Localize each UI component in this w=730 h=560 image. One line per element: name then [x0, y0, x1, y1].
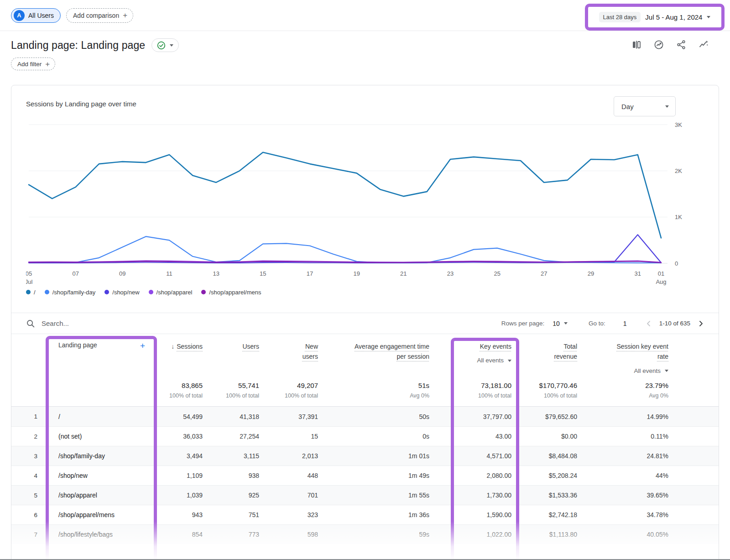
- landing-page-cell: /shop/new: [46, 472, 157, 479]
- table-header-row: Landing page + ↓Sessions 83,865 100% of …: [11, 334, 719, 407]
- report-status-badge[interactable]: [151, 38, 179, 52]
- row-number: 6: [11, 512, 46, 518]
- insights-circle-icon[interactable]: [653, 39, 664, 50]
- chevron-left-icon: [646, 320, 652, 327]
- column-header-new-users[interactable]: New users 49,207 100% of total: [259, 341, 318, 406]
- key-events-selector[interactable]: All events: [429, 356, 511, 366]
- legend-label: /shop/apparel/mens: [209, 289, 261, 296]
- key-events-cell: 1,730.00: [429, 492, 511, 499]
- total-revenue-cell: $1,533.36: [511, 492, 577, 499]
- rows-per-page-label: Rows per page:: [501, 320, 545, 327]
- goto-page-input[interactable]: [617, 320, 633, 327]
- total-revenue-total: $170,770.46 100% of total: [511, 382, 577, 399]
- landing-page-cell: /: [46, 413, 157, 420]
- avg-engagement-time-cell: 59s: [318, 531, 429, 538]
- audience-avatar: A: [14, 10, 25, 21]
- sessions-total: 83,865 100% of total: [157, 382, 203, 399]
- audience-chip-all-users[interactable]: A All Users: [11, 8, 61, 23]
- report-card: Sessions by Landing page over time Day 0…: [11, 85, 719, 560]
- sessions-line-chart: 01K2K3K05Jul0709111315171921232527293101…: [26, 121, 704, 285]
- column-header-total-revenue[interactable]: Total revenue $170,770.46 100% of total: [511, 341, 577, 406]
- landing-page-cell: /shop/apparel/mens: [46, 511, 157, 518]
- table-row: 5/shop/apparel1,0399257011m 55s1,730.00$…: [11, 485, 719, 505]
- date-range-picker[interactable]: Last 28 days Jul 5 - Aug 1, 2024: [597, 12, 713, 22]
- svg-text:Jul: Jul: [26, 278, 32, 285]
- session-rate-selector[interactable]: All events: [577, 366, 668, 376]
- session-key-event-rate-cell: 39.65%: [577, 492, 668, 499]
- svg-text:2K: 2K: [675, 167, 682, 174]
- users-cell: 773: [203, 531, 259, 538]
- chevron-down-icon: [170, 44, 173, 47]
- key-events-cell: 43.00: [429, 433, 511, 440]
- legend-label: /shop/family-day: [52, 289, 96, 296]
- add-filter-label: Add filter: [17, 61, 42, 68]
- column-header-avg-engagement[interactable]: Average engagement time per session 51s …: [318, 341, 429, 406]
- add-dimension-icon[interactable]: +: [140, 341, 145, 351]
- table-toolbar: Rows per page: 10 Go to: 1-10 of 635: [11, 313, 719, 334]
- row-number: 7: [11, 531, 46, 538]
- landing-page-header-label[interactable]: Landing page: [58, 341, 97, 351]
- search-input[interactable]: [42, 319, 178, 327]
- share-icon[interactable]: [676, 39, 687, 50]
- legend-item: /shop/apparel: [149, 289, 193, 296]
- audience-chip-label: All Users: [28, 12, 54, 19]
- svg-text:07: 07: [72, 270, 78, 277]
- avg-engagement-total: 51s Avg 0%: [318, 382, 429, 399]
- plus-icon: +: [123, 11, 127, 19]
- avg-engagement-time-cell: 1m 49s: [318, 472, 429, 479]
- svg-text:05: 05: [26, 270, 32, 277]
- legend-dot-icon: [104, 290, 109, 294]
- table-row: 4/shop/new1,1099384481m 49s2,080.00$5,20…: [11, 466, 719, 485]
- table-row: 1/54,49941,31837,39150s37,797.00$79,652.…: [11, 407, 719, 426]
- data-table: Landing page + ↓Sessions 83,865 100% of …: [11, 334, 719, 544]
- insights-spark-icon[interactable]: [698, 39, 709, 50]
- chevron-right-icon[interactable]: [698, 320, 704, 327]
- sessions-cell: 854: [157, 531, 203, 538]
- svg-text:27: 27: [541, 270, 547, 277]
- page-title: Landing page: Landing page: [11, 39, 145, 52]
- column-header-key-events[interactable]: Key events All events 73,181.00 100% of …: [429, 341, 511, 406]
- key-events-cell: 2,080.00: [429, 472, 511, 479]
- row-number: 1: [11, 413, 46, 420]
- add-filter-button[interactable]: Add filter +: [11, 58, 55, 70]
- legend-dot-icon: [26, 290, 31, 294]
- column-header-sessions[interactable]: ↓Sessions 83,865 100% of total: [157, 341, 203, 406]
- new-users-cell: 701: [259, 492, 318, 499]
- chevron-down-icon[interactable]: [564, 322, 568, 324]
- chart-legend: //shop/family-day/shop/new/shop/apparel/…: [26, 288, 704, 296]
- session-key-event-rate-cell: 0.11%: [577, 433, 668, 440]
- sessions-cell: 36,033: [157, 433, 203, 440]
- granularity-select[interactable]: Day: [614, 96, 676, 116]
- users-cell: 27,254: [203, 433, 259, 440]
- legend-item: /shop/new: [104, 289, 139, 296]
- add-comparison-button[interactable]: Add comparison +: [66, 8, 133, 23]
- total-revenue-cell: $2,742.18: [511, 511, 577, 518]
- filler-header: [668, 341, 719, 406]
- landing-page-cell: /shop/lifestyle/bags: [46, 531, 157, 538]
- rows-per-page-value[interactable]: 10: [553, 320, 560, 327]
- comparison-columns-icon[interactable]: [631, 39, 642, 50]
- date-preset-badge: Last 28 days: [599, 12, 641, 22]
- row-number: 3: [11, 453, 46, 460]
- column-header-users[interactable]: Users 55,741 100% of total: [203, 341, 259, 406]
- new-users-cell: 448: [259, 472, 318, 479]
- search-icon: [26, 319, 35, 328]
- column-header-session-rate[interactable]: Session key event rate All events 23.79%…: [577, 341, 668, 406]
- chevron-down-icon: [665, 370, 668, 372]
- landing-page-cell: (not set): [46, 433, 157, 440]
- total-revenue-cell: $79,652.60: [511, 413, 577, 420]
- row-number: 5: [11, 492, 46, 499]
- total-revenue-cell: $1,113.80: [511, 531, 577, 538]
- users-cell: 751: [203, 511, 259, 518]
- new-users-cell: 15: [259, 433, 318, 440]
- avg-engagement-time-cell: 0s: [318, 433, 429, 440]
- total-revenue-cell: $8,484.08: [511, 452, 577, 460]
- key-events-cell: 37,797.00: [429, 413, 511, 420]
- key-events-cell: 1,022.00: [429, 531, 511, 538]
- legend-item: /shop/family-day: [45, 289, 96, 296]
- new-users-cell: 2,013: [259, 452, 318, 460]
- legend-dot-icon: [45, 290, 49, 294]
- svg-text:13: 13: [213, 270, 219, 277]
- new-users-cell: 598: [259, 531, 318, 538]
- sessions-cell: 1,109: [157, 472, 203, 479]
